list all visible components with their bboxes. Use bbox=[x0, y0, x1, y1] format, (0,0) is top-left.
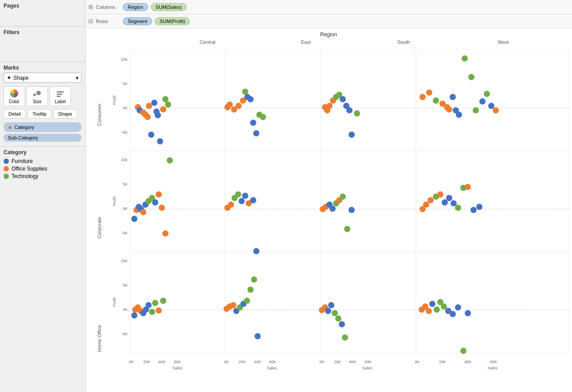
dot bbox=[473, 107, 479, 113]
dot bbox=[140, 209, 146, 215]
rows-shelf: ⊟ Rows Segment SUM(Profit) bbox=[86, 14, 572, 28]
sum-profit-pill[interactable]: SUM(Profit) bbox=[155, 17, 190, 25]
dot bbox=[253, 248, 259, 254]
svg-text:Sales: Sales bbox=[172, 366, 183, 370]
dot bbox=[160, 298, 166, 304]
office-supplies-label: Office Supplies bbox=[12, 166, 47, 172]
shape-button[interactable]: Shape bbox=[53, 109, 77, 119]
dot bbox=[326, 103, 333, 109]
svg-text:Sales: Sales bbox=[362, 366, 372, 370]
tooltip-label: Tooltip bbox=[32, 111, 47, 116]
dot bbox=[476, 204, 482, 210]
svg-point-1 bbox=[33, 93, 36, 96]
dot bbox=[332, 310, 338, 316]
svg-text:60K: 60K bbox=[174, 360, 181, 364]
dot bbox=[339, 321, 345, 327]
dot bbox=[131, 216, 137, 222]
dot bbox=[151, 100, 157, 106]
marks-label: Marks bbox=[4, 65, 82, 71]
svg-text:40K: 40K bbox=[158, 360, 165, 364]
dot bbox=[354, 110, 360, 116]
label-button[interactable]: Label bbox=[50, 86, 71, 106]
color-button[interactable]: Color bbox=[4, 86, 25, 106]
office-supplies-dot bbox=[4, 166, 9, 171]
size-button[interactable]: Size bbox=[27, 86, 48, 106]
dot bbox=[434, 307, 440, 313]
tooltip-button[interactable]: Tooltip bbox=[27, 109, 51, 119]
technology-dot bbox=[4, 174, 9, 179]
dot bbox=[340, 194, 346, 200]
dot bbox=[325, 308, 331, 314]
dot bbox=[152, 300, 158, 306]
shape-mark-icon: ✦ bbox=[7, 74, 12, 81]
dot bbox=[247, 287, 254, 293]
svg-text:Sales: Sales bbox=[267, 366, 277, 370]
rows-icon: ⊟ bbox=[88, 18, 93, 24]
shape-label: Shape bbox=[58, 111, 72, 116]
dot bbox=[460, 348, 466, 354]
svg-rect-17 bbox=[321, 252, 416, 353]
dot bbox=[230, 302, 236, 308]
filters-label: Filters bbox=[4, 29, 82, 35]
subcategory-pill[interactable]: Sub-Category bbox=[4, 134, 82, 142]
dot bbox=[437, 191, 443, 198]
sum-sales-pill[interactable]: SUM(Sales) bbox=[151, 3, 187, 11]
segment-pill[interactable]: Segment bbox=[123, 17, 152, 25]
svg-text:-5K: -5K bbox=[121, 130, 128, 135]
svg-text:0K: 0K bbox=[123, 206, 128, 211]
category-pill-icon: ● bbox=[8, 124, 12, 131]
svg-rect-11 bbox=[130, 151, 225, 252]
color-label: Color bbox=[9, 99, 20, 104]
dot bbox=[152, 199, 158, 206]
svg-rect-16 bbox=[225, 252, 321, 353]
dot bbox=[342, 334, 348, 341]
svg-rect-15 bbox=[130, 252, 225, 353]
furniture-dot bbox=[4, 159, 9, 164]
dot bbox=[242, 193, 248, 199]
columns-icon: ⊞ bbox=[88, 4, 93, 10]
dot bbox=[260, 114, 266, 120]
furniture-label: Furniture bbox=[12, 158, 33, 164]
subcategory-pill-label: Sub-Category bbox=[8, 135, 38, 140]
chart-area: Region Central East South West Consumer … bbox=[86, 28, 572, 392]
label-icon bbox=[55, 89, 65, 98]
columns-shelf: ⊞ Columns Region SUM(Sales) bbox=[86, 0, 572, 14]
dot bbox=[493, 107, 499, 113]
dot bbox=[157, 138, 163, 144]
svg-text:40K: 40K bbox=[464, 360, 471, 364]
dot bbox=[349, 207, 355, 213]
svg-text:40K: 40K bbox=[349, 360, 356, 364]
svg-text:60K: 60K bbox=[269, 360, 276, 364]
dot bbox=[441, 303, 447, 310]
dot bbox=[426, 89, 432, 96]
central-header: Central bbox=[200, 39, 215, 45]
svg-text:0K: 0K bbox=[123, 307, 128, 312]
category-legend-title: Category bbox=[4, 149, 82, 155]
svg-text:Profit: Profit bbox=[112, 297, 117, 307]
svg-text:0K: 0K bbox=[129, 360, 133, 364]
technology-label: Technology bbox=[12, 173, 39, 179]
svg-text:0K: 0K bbox=[123, 106, 128, 110]
dot bbox=[165, 101, 171, 108]
svg-text:5K: 5K bbox=[123, 82, 128, 86]
svg-text:-5K: -5K bbox=[121, 231, 128, 235]
dot bbox=[247, 96, 254, 102]
legend-item-technology: Technology bbox=[4, 173, 82, 179]
dot bbox=[242, 89, 248, 95]
region-pill[interactable]: Region bbox=[123, 3, 148, 11]
dot bbox=[462, 55, 468, 62]
marks-type-dropdown[interactable]: ✦ Shape ▾ bbox=[4, 73, 82, 83]
dot bbox=[429, 301, 435, 307]
category-pill[interactable]: ● Category bbox=[4, 122, 82, 132]
dot bbox=[160, 106, 166, 113]
dot bbox=[145, 114, 151, 120]
dot bbox=[235, 191, 241, 198]
chevron-down-icon: ▾ bbox=[76, 75, 78, 81]
dot bbox=[162, 230, 168, 237]
svg-text:5K: 5K bbox=[123, 182, 128, 186]
marks-type-label: Shape bbox=[13, 75, 29, 81]
dot bbox=[250, 120, 256, 126]
detail-button[interactable]: Detail bbox=[4, 109, 26, 119]
region-header: Region bbox=[320, 31, 337, 38]
south-header: South bbox=[397, 39, 410, 45]
